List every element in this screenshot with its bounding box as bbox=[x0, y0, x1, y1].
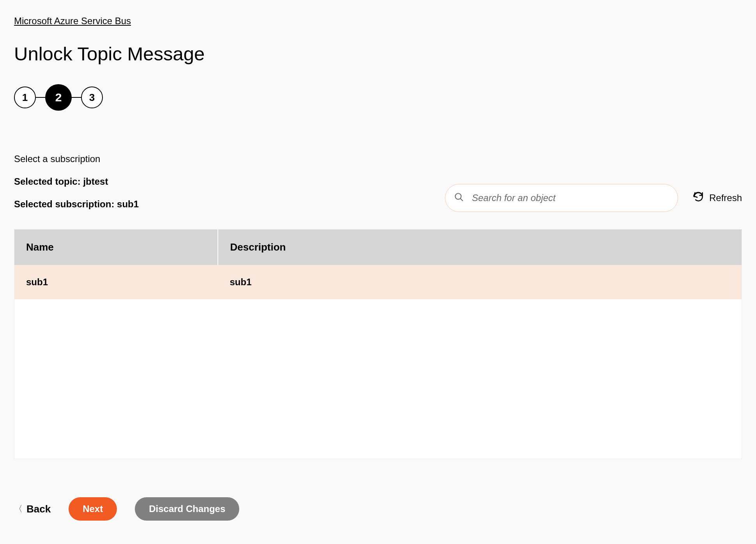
step-1[interactable]: 1 bbox=[14, 87, 36, 108]
selected-topic: Selected topic: jbtest bbox=[14, 176, 139, 187]
refresh-button[interactable]: Refresh bbox=[693, 191, 742, 205]
table-header-description[interactable]: Description bbox=[218, 230, 742, 265]
footer-actions: 〈 Back Next Discard Changes bbox=[14, 497, 239, 521]
refresh-label: Refresh bbox=[709, 193, 742, 203]
cell-description: sub1 bbox=[218, 265, 742, 299]
step-line bbox=[36, 97, 45, 98]
table-header-name[interactable]: Name bbox=[14, 230, 218, 265]
svg-line-1 bbox=[460, 198, 463, 201]
back-label: Back bbox=[26, 503, 51, 515]
subscription-table-container: Name Description sub1 sub1 bbox=[14, 229, 742, 459]
breadcrumb-link[interactable]: Microsoft Azure Service Bus bbox=[14, 16, 131, 26]
discard-changes-button[interactable]: Discard Changes bbox=[135, 497, 239, 521]
page-title: Unlock Topic Message bbox=[14, 43, 742, 65]
search-icon bbox=[454, 192, 464, 204]
table-row[interactable]: sub1 sub1 bbox=[14, 265, 742, 299]
search-box[interactable] bbox=[445, 184, 678, 212]
back-button[interactable]: 〈 Back bbox=[14, 503, 51, 515]
subscription-table: Name Description sub1 sub1 bbox=[14, 230, 742, 299]
step-2[interactable]: 2 bbox=[45, 84, 72, 111]
stepper: 1 2 3 bbox=[14, 84, 742, 111]
instruction-text: Select a subscription bbox=[14, 154, 139, 164]
chevron-left-icon: 〈 bbox=[14, 503, 23, 515]
next-button[interactable]: Next bbox=[69, 497, 117, 521]
selected-subscription: Selected subscription: sub1 bbox=[14, 199, 139, 210]
cell-name: sub1 bbox=[14, 265, 218, 299]
step-line bbox=[72, 97, 81, 98]
step-3[interactable]: 3 bbox=[81, 87, 103, 108]
svg-point-0 bbox=[455, 193, 461, 199]
search-input[interactable] bbox=[472, 193, 669, 203]
refresh-icon bbox=[693, 191, 704, 205]
